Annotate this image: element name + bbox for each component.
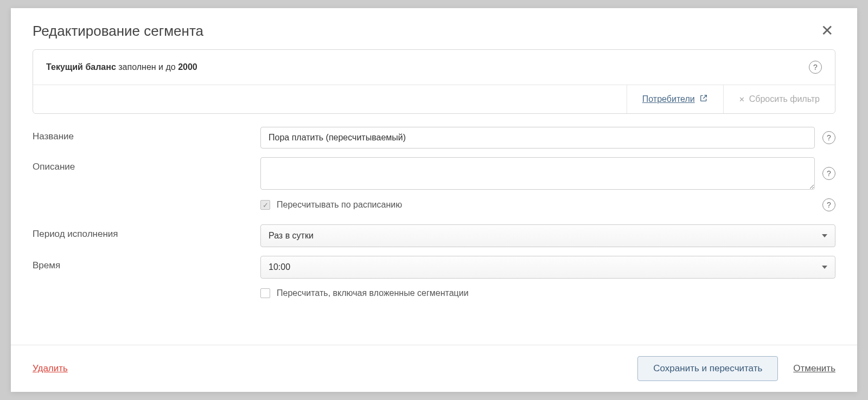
time-row: Время 10:00: [33, 256, 835, 279]
filter-value: 2000: [178, 62, 197, 72]
modal-header: Редактирование сегмента ✕: [11, 8, 857, 49]
recalc-nested-label: Пересчитать, включая вложенные сегментац…: [277, 287, 469, 299]
description-input[interactable]: [260, 157, 815, 190]
consumers-link[interactable]: Потребители: [627, 85, 723, 113]
recalc-schedule-label: Пересчитывать по расписанию: [277, 199, 402, 211]
modal-body: Текущий баланс заполнен и до 2000 ? Потр…: [11, 49, 857, 345]
time-label: Время: [33, 256, 260, 271]
filter-summary-text: Текущий баланс заполнен и до 2000: [46, 62, 197, 72]
filter-summary-box: Текущий баланс заполнен и до 2000 ? Потр…: [33, 49, 835, 114]
footer-actions: Сохранить и пересчитать Отменить: [637, 356, 835, 381]
name-input[interactable]: [260, 127, 815, 149]
period-row: Период исполнения Раз в сутки: [33, 224, 835, 247]
time-select[interactable]: 10:00: [260, 256, 835, 279]
filter-middle-text: заполнен и до: [116, 62, 178, 72]
filter-field-name: Текущий баланс: [46, 62, 116, 72]
help-icon[interactable]: ?: [822, 131, 835, 144]
filter-summary-row: Текущий баланс заполнен и до 2000 ?: [33, 50, 835, 85]
chevron-down-icon: [822, 266, 827, 269]
filter-actions: Потребители ✕ Сбросить фильтр: [33, 85, 835, 113]
cancel-button[interactable]: Отменить: [793, 363, 835, 374]
time-value: 10:00: [269, 262, 290, 272]
period-label: Период исполнения: [33, 224, 260, 240]
recalc-nested-checkbox[interactable]: [260, 288, 270, 298]
delete-button[interactable]: Удалить: [33, 363, 68, 374]
recalc-schedule-checkbox[interactable]: [260, 200, 270, 210]
close-icon[interactable]: ✕: [819, 21, 835, 41]
description-row: Описание ?: [33, 157, 835, 190]
save-button[interactable]: Сохранить и пересчитать: [637, 356, 778, 381]
reset-filter-button[interactable]: ✕ Сбросить фильтр: [723, 85, 835, 113]
description-label: Описание: [33, 157, 260, 172]
reset-filter-label: Сбросить фильтр: [749, 94, 820, 104]
edit-segment-modal: Редактирование сегмента ✕ Текущий баланс…: [11, 8, 857, 392]
consumers-link-label: Потребители: [642, 94, 695, 104]
external-link-icon: [699, 94, 708, 105]
help-icon[interactable]: ?: [822, 167, 835, 180]
name-row: Название ?: [33, 127, 835, 149]
chevron-down-icon: [822, 234, 827, 237]
recalc-schedule-row: Пересчитывать по расписанию ?: [260, 198, 835, 211]
name-label: Название: [33, 127, 260, 142]
modal-title: Редактирование сегмента: [33, 23, 203, 40]
help-icon[interactable]: ?: [809, 61, 822, 74]
period-value: Раз в сутки: [269, 231, 314, 241]
period-select[interactable]: Раз в сутки: [260, 224, 835, 247]
recalc-nested-row: Пересчитать, включая вложенные сегментац…: [260, 287, 835, 299]
help-icon[interactable]: ?: [822, 198, 835, 211]
modal-footer: Удалить Сохранить и пересчитать Отменить: [11, 345, 857, 392]
x-icon: ✕: [739, 95, 745, 104]
